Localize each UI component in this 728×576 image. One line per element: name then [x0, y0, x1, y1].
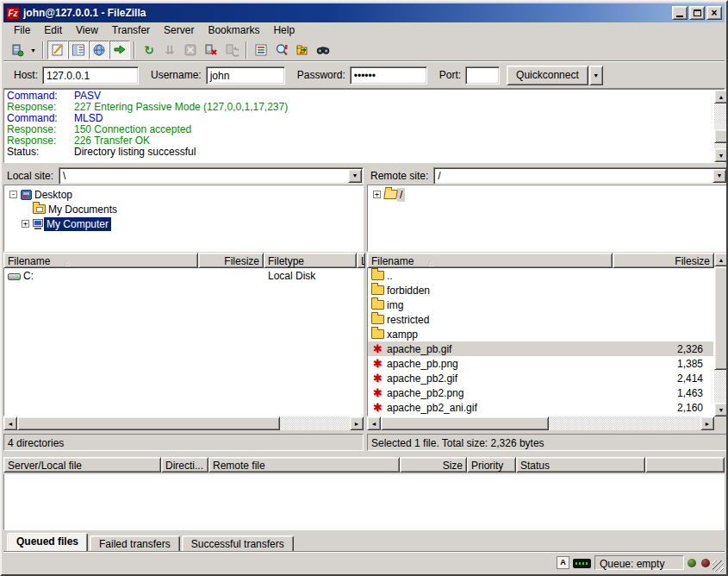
expand-icon[interactable]: + [373, 191, 381, 198]
chevron-down-icon[interactable]: ▼ [348, 169, 362, 183]
quickconnect-button[interactable]: Quickconnect [507, 66, 588, 85]
host-input[interactable]: 127.0.0.1 [42, 66, 139, 85]
tab-successful-transfers[interactable]: Successful transfers [182, 535, 294, 552]
resize-grip[interactable] [712, 560, 724, 572]
message-log[interactable]: Command:PASV Response:227 Entering Passi… [3, 89, 725, 163]
column-last-modified[interactable]: L [357, 253, 365, 268]
queue-list[interactable] [3, 474, 725, 530]
column-remote-file[interactable]: Remote file [208, 457, 400, 473]
column-server-local-file[interactable]: Server/Local file [3, 457, 161, 473]
folder-icon [371, 300, 384, 310]
close-button[interactable]: × [706, 6, 722, 20]
scroll-down-icon[interactable]: ▼ [714, 148, 728, 162]
local-hscrollbar[interactable]: ◄ ► [3, 416, 364, 430]
remote-tree[interactable]: + / [367, 185, 728, 252]
tree-item-root[interactable]: + / [368, 187, 727, 202]
file-row-apache-pb-gif[interactable]: ✱apache_pb.gif2,326 [368, 341, 713, 356]
site-manager-dropdown-icon[interactable]: ▼ [28, 41, 39, 59]
scroll-left-icon[interactable]: ◄ [367, 416, 381, 430]
scrollbar-thumb[interactable] [381, 416, 549, 430]
tab-failed-transfers[interactable]: Failed transfers [90, 535, 180, 552]
port-input[interactable] [465, 66, 500, 85]
file-row-apache-pb2-png[interactable]: ✱apache_pb2.png1,463 [368, 385, 713, 400]
menu-bar: File Edit View Transfer Server Bookmarks… [3, 22, 725, 39]
toggle-transfer-queue-icon[interactable] [109, 41, 130, 59]
file-row-c-drive[interactable]: C: Local Disk [4, 268, 363, 283]
file-row-xampp[interactable]: xampp [368, 327, 713, 341]
column-status[interactable]: Status [516, 457, 645, 473]
site-manager-icon[interactable] [7, 41, 28, 59]
menu-view[interactable]: View [69, 22, 105, 39]
reconnect-icon[interactable] [221, 41, 242, 59]
tree-item-my-computer[interactable]: + My Computer [4, 216, 363, 231]
file-row-apache-pb2-gif[interactable]: ✱apache_pb2.gif2,414 [368, 371, 713, 385]
column-filename[interactable]: Filename△ [3, 253, 198, 268]
local-site-combo[interactable]: \ ▼ [59, 167, 364, 185]
scrollbar-thumb[interactable] [714, 129, 728, 143]
minimize-button[interactable] [672, 6, 688, 20]
send-indicator-icon [701, 559, 710, 567]
disconnect-icon[interactable] [201, 41, 221, 59]
scrollbar-thumb[interactable] [17, 416, 280, 430]
remote-site-combo[interactable]: / ▼ [433, 167, 728, 185]
scroll-up-icon[interactable]: ▲ [714, 90, 728, 103]
remote-file-list[interactable]: .. forbidden img restricted xampp ✱apach… [367, 268, 714, 416]
column-filesize[interactable]: Filesize [198, 253, 264, 268]
password-input[interactable]: •••••• [350, 66, 427, 85]
remote-hscrollbar[interactable]: ◄ ► [367, 416, 714, 430]
local-tree[interactable]: - Desktop My Documents + My Computer [3, 185, 364, 252]
chevron-down-icon[interactable]: ▼ [712, 169, 726, 183]
synchronized-browsing-icon[interactable] [292, 41, 313, 59]
menu-edit[interactable]: Edit [37, 22, 69, 39]
username-label: Username: [151, 69, 202, 81]
compare-directories-icon[interactable] [271, 41, 292, 59]
queue-size-indicator: Queue: empty [594, 555, 684, 570]
scroll-down-icon[interactable]: ▼ [714, 403, 728, 416]
column-priority[interactable]: Priority [467, 457, 516, 473]
scroll-right-icon[interactable]: ► [350, 416, 364, 430]
status-bar: A Queue: empty [3, 551, 725, 573]
file-row-apache-pb2-ani-gif[interactable]: ✱apache_pb2_ani.gif2,160 [368, 400, 713, 415]
toggle-local-tree-icon[interactable] [68, 41, 89, 59]
column-filesize[interactable]: Filesize [613, 253, 714, 268]
column-direction[interactable]: Directi... [161, 457, 208, 473]
transfer-type-icon[interactable]: A [557, 556, 569, 569]
scrollbar-thumb[interactable] [714, 266, 728, 370]
file-row-forbidden[interactable]: forbidden [368, 283, 713, 297]
refresh-icon[interactable]: ↻ [139, 41, 159, 59]
menu-bookmarks[interactable]: Bookmarks [201, 22, 266, 39]
tree-item-my-documents[interactable]: My Documents [4, 202, 363, 216]
toggle-message-log-icon[interactable] [47, 41, 68, 59]
toggle-remote-tree-icon[interactable] [89, 41, 109, 59]
file-row-parent[interactable]: .. [368, 268, 713, 283]
file-row-apache-pb-png[interactable]: ✱apache_pb.png1,385 [368, 356, 713, 371]
username-input[interactable]: john [206, 66, 285, 85]
speed-limits-icon[interactable] [573, 559, 591, 568]
remote-vscrollbar[interactable]: ▲ ▼ [714, 253, 728, 416]
file-row-restricted[interactable]: restricted [368, 312, 713, 327]
column-filetype[interactable]: Filetype [264, 253, 357, 268]
column-size[interactable]: Size [400, 457, 467, 473]
tree-item-desktop[interactable]: - Desktop [4, 187, 363, 202]
scroll-up-icon[interactable]: ▲ [714, 253, 728, 266]
image-file-icon: ✱ [371, 402, 384, 413]
expand-icon[interactable]: + [22, 220, 29, 228]
menu-transfer[interactable]: Transfer [105, 22, 157, 39]
log-scrollbar[interactable]: ▲ ▼ [714, 90, 728, 162]
process-queue-icon[interactable]: ⇊ [159, 41, 180, 59]
search-icon[interactable] [313, 41, 333, 59]
tab-queued-files[interactable]: Queued files [7, 533, 88, 552]
menu-help[interactable]: Help [266, 22, 302, 39]
quickconnect-dropdown-icon[interactable]: ▼ [589, 66, 603, 85]
local-file-list[interactable]: C: Local Disk [3, 268, 364, 416]
collapse-icon[interactable]: - [9, 191, 17, 198]
menu-server[interactable]: Server [157, 22, 201, 39]
maximize-button[interactable] [689, 6, 705, 20]
scroll-right-icon[interactable]: ► [700, 416, 714, 430]
menu-file[interactable]: File [7, 22, 37, 39]
filter-icon[interactable] [251, 41, 271, 59]
scroll-left-icon[interactable]: ◄ [3, 416, 17, 430]
file-row-img[interactable]: img [368, 297, 713, 312]
cancel-icon[interactable] [180, 41, 201, 59]
column-filename[interactable]: Filename△ [367, 253, 613, 268]
